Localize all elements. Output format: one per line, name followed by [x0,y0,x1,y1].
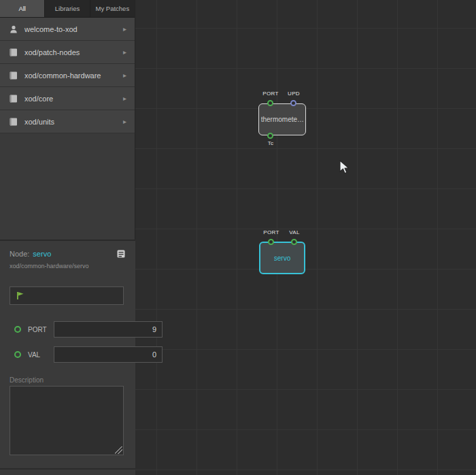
pin-val-icon[interactable] [291,239,297,245]
description-textarea[interactable] [10,386,124,455]
sidebar-item-xod-units[interactable]: xod/units ▸ [0,110,135,133]
node-preview-box [10,286,124,305]
mouse-cursor-icon [339,160,350,175]
description-label: Description [10,376,44,384]
pin-label-val: VAL [289,229,299,235]
inspector-panel: Node: servo xod/common-hardware/servo [0,240,135,475]
sidebar-item-xod-common-hardware[interactable]: xod/common-hardware ▸ [0,64,135,87]
book-icon [9,48,18,57]
xod-ide-window: PORT UPD thermomete… Tc PORT VAL servo A… [0,0,476,475]
book-icon [9,71,18,80]
resize-handle[interactable] [115,446,122,454]
pin-port-icon[interactable] [268,239,274,245]
port-value-input[interactable] [54,321,163,338]
browser-tabbar: All Libraries My Patches [0,0,135,18]
node-prefix-label: Node: [10,250,29,258]
pin-label-upd: UPD [288,91,300,97]
project-browser-list: welcome-to-xod ▸ xod/patch-nodes ▸ xod/c… [0,18,135,133]
node-title: thermomete… [261,116,304,123]
node-docs-icon[interactable] [116,249,126,259]
panel-divider [0,468,135,470]
pin-upd-icon[interactable] [290,100,296,106]
field-label: VAL [28,351,54,359]
chevron-right-icon: ▸ [123,95,126,102]
chevron-right-icon: ▸ [123,118,126,125]
sidebar-item-xod-patch-nodes[interactable]: xod/patch-nodes ▸ [0,41,135,64]
library-label: xod/core [24,95,123,103]
pin-type-icon [14,326,21,333]
patch-canvas[interactable]: PORT UPD thermomete… Tc PORT VAL servo [135,0,476,475]
pin-label-tc: Tc [268,140,274,146]
library-label: xod/units [24,118,123,126]
pin-port-icon[interactable] [267,100,273,106]
field-row-val: VAL [0,346,135,363]
node-title: servo [274,255,290,262]
sidebar-item-welcome-to-xod[interactable]: welcome-to-xod ▸ [0,18,135,41]
chevron-right-icon: ▸ [123,48,126,56]
tab-libraries[interactable]: Libraries [45,0,90,17]
book-icon [9,117,18,127]
user-icon [9,24,18,34]
library-label: xod/common-hardware [24,71,123,80]
node-path: xod/common-hardware/servo [0,261,135,269]
pin-type-icon [14,351,21,358]
chevron-right-icon: ▸ [123,71,126,79]
field-row-port: PORT [0,321,135,338]
node-servo[interactable]: PORT VAL servo [259,242,305,274]
field-label: PORT [28,326,54,333]
pin-tc-icon[interactable] [267,133,273,139]
book-icon [9,94,18,103]
node-name-link[interactable]: servo [33,250,51,258]
sidebar-item-xod-core[interactable]: xod/core ▸ [0,87,135,110]
inspector-header: Node: servo [0,241,135,261]
library-label: xod/patch-nodes [24,48,123,56]
pin-label-port: PORT [262,91,278,97]
tab-all[interactable]: All [0,0,45,17]
tab-my-patches[interactable]: My Patches [90,0,135,17]
flag-icon [16,291,24,300]
pin-label-port: PORT [263,229,279,235]
library-label: welcome-to-xod [24,25,123,33]
node-thermometer[interactable]: PORT UPD thermomete… Tc [258,103,306,135]
sidebar: All Libraries My Patches welcome-to-xod … [0,0,135,475]
chevron-right-icon: ▸ [123,25,126,33]
val-value-input[interactable] [54,346,163,363]
